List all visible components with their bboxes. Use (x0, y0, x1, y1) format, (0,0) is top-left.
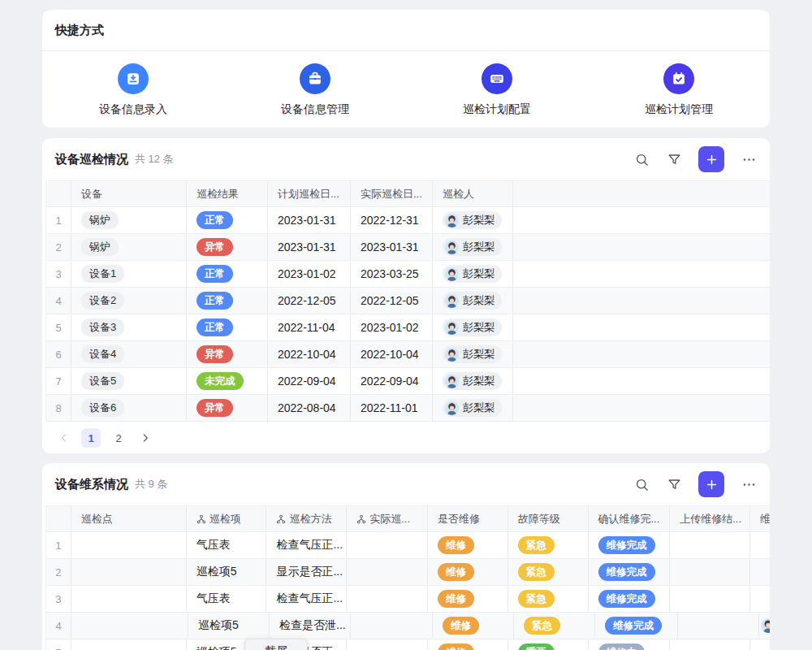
next-page-icon[interactable] (136, 429, 154, 447)
actual-date-cell[interactable]: 2023-01-31 (351, 234, 433, 260)
result-cell[interactable]: 异常 (187, 395, 268, 421)
planned-date-cell[interactable]: 2023-01-31 (268, 207, 351, 233)
more-icon[interactable] (741, 476, 757, 492)
shortcut-plan-config[interactable]: 巡检计划配置 (406, 63, 588, 117)
actual-date-cell[interactable]: 2022-09-04 (351, 368, 433, 394)
point-cell[interactable] (71, 532, 187, 558)
device-cell[interactable]: 设备4 (71, 341, 187, 367)
method-cell[interactable]: 检查气压正... (266, 532, 347, 558)
planned-date-cell[interactable]: 2022-09-04 (268, 368, 351, 394)
shortcut-plan-manage[interactable]: 巡检计划管理 (588, 63, 770, 117)
add-record-button[interactable] (698, 146, 724, 172)
result-cell[interactable]: 正常 (187, 261, 268, 287)
planned-date-cell[interactable]: 2022-08-04 (268, 395, 351, 421)
screenshot-tooltip[interactable]: 截屏 (244, 639, 308, 650)
inspector-cell[interactable]: 彭梨梨 (433, 207, 513, 233)
actual-cell[interactable] (347, 532, 428, 558)
level-cell[interactable]: 紧急 (508, 532, 589, 558)
page-2-button[interactable]: 2 (109, 428, 128, 448)
more-icon[interactable] (741, 151, 757, 167)
page-1-button[interactable]: 1 (81, 428, 101, 448)
item-cell[interactable]: 巡检项5 (187, 559, 267, 585)
confirm-cell[interactable]: 维修完成 (595, 613, 678, 639)
point-cell[interactable] (71, 639, 187, 650)
upload-cell[interactable] (670, 586, 750, 612)
repair-cell[interactable]: 维修 (428, 586, 508, 612)
device-cell[interactable]: 锅炉 (71, 234, 187, 260)
actual-cell[interactable] (347, 586, 428, 612)
device-cell[interactable]: 锅炉 (71, 207, 187, 233)
actual-cell[interactable] (347, 639, 428, 650)
repair-cell[interactable]: 维修 (433, 613, 514, 639)
actual-cell[interactable] (351, 613, 433, 639)
search-icon[interactable] (633, 151, 650, 167)
device-cell[interactable]: 设备6 (71, 395, 187, 421)
result-cell[interactable]: 正常 (187, 314, 268, 340)
inspection-count: 共 12 条 (135, 152, 174, 167)
upload-cell[interactable] (670, 532, 750, 558)
prev-page-icon[interactable] (55, 429, 73, 447)
filter-icon[interactable] (666, 476, 682, 492)
col-filler (513, 181, 770, 206)
method-cell[interactable]: 检查是否泄... (270, 613, 351, 639)
item-cell[interactable]: 巡检项5 (188, 613, 270, 639)
inspector-cell[interactable]: 彭梨梨 (433, 261, 513, 287)
planned-date-cell[interactable]: 2022-12-05 (268, 288, 351, 314)
upload-cell[interactable] (670, 639, 750, 650)
level-cell[interactable]: 紧急 (508, 586, 589, 612)
actual-date-cell[interactable]: 2022-11-01 (351, 395, 433, 421)
result-cell[interactable]: 异常 (187, 341, 268, 367)
add-record-button[interactable] (698, 471, 724, 497)
device-cell[interactable]: 设备2 (71, 288, 187, 314)
level-cell[interactable]: 紧急 (514, 613, 595, 639)
result-cell[interactable]: 未完成 (187, 368, 268, 394)
point-cell[interactable] (71, 613, 188, 639)
method-cell[interactable]: 检查气压正... (266, 586, 347, 612)
method-cell[interactable]: 显示是否正... (266, 559, 347, 585)
repair-cell[interactable]: 维修 (428, 532, 508, 558)
point-cell[interactable] (71, 586, 187, 612)
planned-date-cell[interactable]: 2022-10-04 (268, 341, 351, 367)
confirm-cell[interactable]: 维修完成 (589, 586, 671, 612)
level-cell[interactable]: 重要 (508, 639, 589, 650)
shortcut-device-manage[interactable]: 设备信息管理 (224, 63, 406, 117)
level-cell[interactable]: 紧急 (508, 559, 589, 585)
planned-date-cell[interactable]: 2022-11-04 (268, 314, 351, 340)
actual-date-cell[interactable]: 2023-03-25 (351, 261, 433, 287)
result-pill: 异常 (197, 345, 233, 363)
inspector-cell[interactable]: 彭梨梨 (433, 341, 513, 367)
filter-icon[interactable] (666, 151, 682, 167)
item-cell[interactable]: 气压表 (187, 532, 267, 558)
repair-cell[interactable]: 维修 (428, 559, 508, 585)
inspector-cell[interactable]: 彭梨梨 (433, 368, 513, 394)
shortcut-device-entry[interactable]: 设备信息录入 (42, 63, 224, 117)
device-cell[interactable]: 设备5 (71, 368, 187, 394)
actual-date-cell[interactable]: 2023-01-02 (351, 314, 433, 340)
row-number: 3 (45, 261, 71, 287)
result-cell[interactable]: 异常 (187, 234, 268, 260)
inspector-cell[interactable]: 彭梨梨 (433, 234, 513, 260)
actual-date-cell[interactable]: 2022-10-04 (351, 341, 433, 367)
planned-date-cell[interactable]: 2023-01-02 (268, 261, 351, 287)
item-cell[interactable]: 气压表 (187, 586, 267, 612)
confirm-cell[interactable]: 维修完成 (589, 532, 671, 558)
inspector-cell[interactable]: 彭梨梨 (433, 395, 513, 421)
repair-cell[interactable]: 维修 (428, 639, 508, 650)
upload-cell[interactable] (670, 559, 750, 585)
table-row: 8 设备6 异常 2022-08-04 2022-11-01 彭梨梨 (45, 395, 770, 422)
inspector-cell[interactable]: 彭梨梨 (433, 288, 513, 314)
actual-cell[interactable] (347, 559, 428, 585)
inspector-cell[interactable]: 彭梨梨 (433, 314, 513, 340)
actual-date-cell[interactable]: 2022-12-05 (351, 288, 433, 314)
device-cell[interactable]: 设备3 (71, 314, 187, 340)
result-cell[interactable]: 正常 (187, 288, 268, 314)
confirm-cell[interactable]: 维修中 (589, 639, 671, 650)
search-icon[interactable] (633, 476, 650, 492)
planned-date-cell[interactable]: 2023-01-31 (268, 234, 351, 260)
result-cell[interactable]: 正常 (187, 207, 268, 233)
device-cell[interactable]: 设备1 (71, 261, 187, 287)
confirm-cell[interactable]: 维修完成 (589, 559, 671, 585)
point-cell[interactable] (71, 559, 187, 585)
upload-cell[interactable] (678, 613, 759, 639)
actual-date-cell[interactable]: 2022-12-31 (351, 207, 433, 233)
